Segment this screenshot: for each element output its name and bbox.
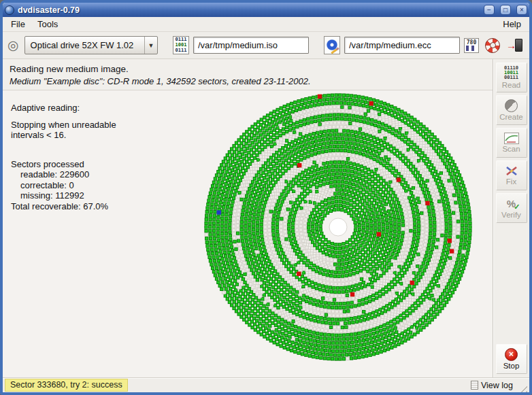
- optical-drive-icon: ◎: [7, 39, 19, 52]
- stopping-condition: Stopping when unreadable intervals < 16.: [11, 120, 116, 141]
- status-heading: Reading new medium image. Medium "Exampl…: [3, 59, 493, 90]
- reading-stats: Adaptive reading: Stopping when unreadab…: [11, 103, 116, 211]
- sectors-processed-label: Sectors processed: [11, 159, 116, 170]
- total-recoverable: Total recoverable: 67.0%: [11, 201, 116, 212]
- titlebar[interactable]: dvdisaster-0.79 − □ ×: [3, 3, 529, 17]
- check-glyph: ✓: [514, 203, 520, 211]
- disc-sector-visualization: [198, 90, 478, 367]
- medium-info-line: Medium "Example disc": CD-R mode 1, 3425…: [10, 76, 486, 86]
- missing-count: missing: 112992: [11, 190, 116, 201]
- verify-percent-icon: % ✓: [505, 198, 518, 210]
- read-label: Read: [502, 81, 521, 89]
- lifebuoy-center: [490, 42, 496, 48]
- toolbar-right-group: 780 →: [464, 38, 525, 53]
- maximize-button[interactable]: □: [500, 5, 511, 15]
- drive-select[interactable]: Optical drive 52X FW 1.02 ▼: [24, 36, 158, 54]
- status-heading-line1: Reading new medium image.: [10, 64, 486, 74]
- drive-select-value: Optical drive 52X FW 1.02: [25, 40, 144, 50]
- door-shape: [515, 39, 522, 52]
- binary-row: 1001: [176, 43, 187, 48]
- read-binary-icon: 01110 10011 00111: [504, 66, 518, 80]
- checker-pattern: [466, 46, 477, 51]
- main-column: Reading new medium image. Medium "Exampl…: [3, 59, 493, 377]
- app-window: dvdisaster-0.79 − □ × File Tools Help ◎ …: [0, 0, 532, 395]
- correctable-count: correctable: 0: [11, 180, 116, 191]
- status-message: Sector 333680, try 2: success: [5, 379, 128, 392]
- fix-tools-icon: [505, 165, 518, 177]
- scan-button[interactable]: Scan: [496, 128, 527, 158]
- verify-button[interactable]: % ✓ Verify: [496, 193, 527, 223]
- fix-label: Fix: [506, 177, 516, 186]
- statusbar: Sector 333680, try 2: success View log: [3, 377, 529, 392]
- fix-button[interactable]: Fix: [496, 160, 527, 190]
- ecc-path-field[interactable]: [344, 37, 460, 54]
- scan-label: Scan: [502, 145, 520, 153]
- iso-path-field[interactable]: [193, 37, 309, 54]
- create-label: Create: [499, 113, 523, 121]
- create-button[interactable]: Create: [496, 95, 527, 125]
- stop-x-icon: ×: [505, 348, 518, 361]
- menubar: File Tools Help: [3, 17, 529, 32]
- view-log-label: View log: [481, 381, 513, 390]
- iso-image-icon[interactable]: 0111 1001 0111: [173, 36, 189, 54]
- ecc-file-icon[interactable]: [324, 36, 340, 54]
- verify-label: Verify: [501, 211, 521, 219]
- binary-row: 0111: [176, 48, 187, 53]
- action-sidebar: 01110 10011 00111 Read Create Scan: [493, 59, 529, 377]
- scan-chart-icon: [504, 133, 519, 144]
- stop-label: Stop: [503, 362, 520, 370]
- binary-row: 0111: [176, 37, 187, 42]
- close-button[interactable]: ×: [516, 5, 527, 15]
- quit-icon[interactable]: →: [506, 38, 523, 53]
- read-button[interactable]: 01110 10011 00111 Read: [496, 63, 527, 92]
- create-ecc-icon: [505, 99, 518, 112]
- stop-button[interactable]: × Stop: [496, 344, 527, 374]
- menu-tools[interactable]: Tools: [31, 17, 64, 31]
- preferences-digits: 780: [467, 39, 476, 46]
- toolbar: ◎ Optical drive 52X FW 1.02 ▼ 0111 1001 …: [3, 32, 529, 59]
- binary-row: 00111: [504, 75, 518, 80]
- adaptive-reading-label: Adaptive reading:: [11, 103, 116, 114]
- app-icon: [5, 5, 14, 15]
- reading-area: Adaptive reading: Stopping when unreadab…: [3, 90, 493, 377]
- help-lifebuoy-icon[interactable]: [485, 38, 500, 53]
- menu-help[interactable]: Help: [497, 17, 527, 31]
- readable-count: readable: 229600: [11, 169, 116, 180]
- content-row: Reading new medium image. Medium "Exampl…: [3, 59, 529, 377]
- log-page-icon: [471, 381, 478, 390]
- stopping-line1: Stopping when unreadable: [11, 120, 116, 131]
- window-title: dvdisaster-0.79: [18, 5, 478, 15]
- menu-file[interactable]: File: [5, 17, 31, 31]
- chevron-down-icon: ▼: [144, 37, 157, 54]
- minimize-button[interactable]: −: [484, 5, 495, 15]
- resize-grip[interactable]: [518, 383, 527, 392]
- preferences-icon[interactable]: 780: [464, 38, 479, 53]
- stopping-line2: intervals < 16.: [11, 130, 116, 141]
- view-log-button[interactable]: View log: [471, 381, 513, 390]
